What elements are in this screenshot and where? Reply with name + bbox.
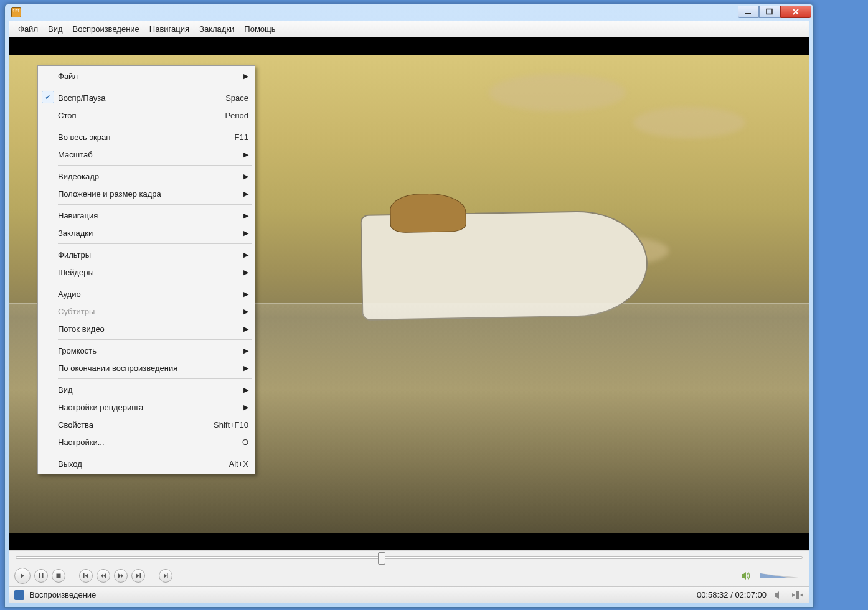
seek-bar[interactable] bbox=[9, 550, 809, 565]
context-menu-item[interactable]: Масштаб▶ bbox=[39, 146, 253, 163]
pause-button[interactable] bbox=[34, 569, 48, 583]
titlebar[interactable] bbox=[5, 4, 813, 21]
playback-controls bbox=[9, 565, 809, 586]
submenu-arrow-icon: ▶ bbox=[243, 403, 248, 411]
context-menu-item[interactable]: Фильтры▶ bbox=[39, 246, 253, 263]
svg-rect-2 bbox=[39, 573, 41, 578]
monitor-icon[interactable] bbox=[791, 589, 804, 601]
volume-icon[interactable] bbox=[740, 570, 752, 581]
submenu-arrow-icon: ▶ bbox=[243, 190, 248, 198]
mute-icon[interactable] bbox=[773, 589, 785, 601]
menu-item-label: Свойства bbox=[58, 420, 204, 429]
submenu-arrow-icon: ▶ bbox=[243, 251, 248, 259]
menu-item-label: Навигация bbox=[58, 211, 237, 220]
menu-item-label: Во весь экран bbox=[58, 133, 225, 142]
submenu-arrow-icon: ▶ bbox=[243, 268, 248, 276]
context-menu-item[interactable]: Во весь экранF11 bbox=[39, 128, 253, 146]
submenu-arrow-icon: ▶ bbox=[243, 325, 248, 333]
minimize-button[interactable] bbox=[738, 6, 759, 18]
menu-help[interactable]: Помощь bbox=[239, 22, 280, 36]
submenu-arrow-icon: ▶ bbox=[243, 386, 248, 394]
context-menu-item[interactable]: Громкость▶ bbox=[39, 342, 253, 359]
submenu-arrow-icon: ▶ bbox=[243, 307, 248, 316]
context-menu-item[interactable]: Навигация▶ bbox=[39, 207, 253, 224]
menu-item-label: Стоп bbox=[58, 111, 215, 120]
menu-item-label: Фильтры bbox=[58, 250, 237, 260]
step-forward-button[interactable] bbox=[114, 569, 128, 583]
menu-item-label: Субтитры bbox=[58, 307, 237, 316]
menu-playback[interactable]: Воспроизведение bbox=[68, 22, 144, 36]
svg-rect-0 bbox=[745, 13, 751, 14]
menu-item-shortcut: Period bbox=[225, 111, 248, 120]
submenu-arrow-icon: ▶ bbox=[243, 290, 248, 298]
seek-track[interactable] bbox=[16, 556, 803, 559]
time-display[interactable]: 00:58:32 / 02:07:00 bbox=[697, 590, 767, 599]
menu-item-label: Поток видео bbox=[58, 324, 237, 334]
skip-back-button[interactable] bbox=[79, 569, 93, 583]
svg-rect-8 bbox=[796, 591, 799, 599]
maximize-button[interactable] bbox=[759, 6, 780, 18]
context-menu-item[interactable]: СтопPeriod bbox=[39, 106, 253, 124]
menu-item-label: Выход bbox=[58, 459, 219, 469]
context-menu-item[interactable]: Настройки рендеринга▶ bbox=[39, 398, 253, 416]
context-menu-item[interactable]: Закладки▶ bbox=[39, 224, 253, 242]
svg-rect-7 bbox=[167, 573, 168, 578]
context-menu-item[interactable]: По окончании воспроизведения▶ bbox=[39, 359, 253, 377]
menu-item-label: Аудио bbox=[58, 289, 237, 299]
submenu-arrow-icon: ▶ bbox=[243, 212, 248, 220]
menu-file[interactable]: Файл bbox=[13, 22, 43, 36]
menu-navigation[interactable]: Навигация bbox=[144, 22, 194, 36]
context-menu-item[interactable]: ВыходAlt+X bbox=[39, 455, 253, 472]
menu-view[interactable]: Вид bbox=[43, 22, 68, 36]
close-button[interactable] bbox=[780, 6, 811, 18]
menu-item-shortcut: O bbox=[242, 438, 248, 447]
menu-item-label: Закладки bbox=[58, 228, 237, 238]
context-menu-item[interactable]: Положение и размер кадра▶ bbox=[39, 185, 253, 202]
context-menu-item[interactable]: Шейдеры▶ bbox=[39, 263, 253, 281]
context-menu-item[interactable]: Файл▶ bbox=[39, 67, 253, 85]
menu-item-shortcut: Alt+X bbox=[229, 459, 248, 469]
context-menu-item[interactable]: Поток видео▶ bbox=[39, 320, 253, 337]
menubar: Файл Вид Воспроизведение Навигация Закла… bbox=[9, 21, 809, 37]
menu-item-label: Настройки рендеринга bbox=[58, 403, 237, 412]
svg-rect-4 bbox=[57, 574, 61, 578]
seek-thumb[interactable] bbox=[378, 552, 385, 565]
stop-button[interactable] bbox=[52, 569, 65, 583]
context-menu-item[interactable]: Настройки...O bbox=[39, 433, 253, 451]
menu-item-label: Настройки... bbox=[58, 438, 232, 447]
letterbox-top bbox=[9, 37, 809, 55]
menu-item-label: Громкость bbox=[58, 346, 237, 355]
menu-item-label: Положение и размер кадра bbox=[58, 189, 237, 199]
step-back-button[interactable] bbox=[97, 569, 110, 583]
check-icon: ✓ bbox=[42, 91, 54, 103]
status-icon bbox=[14, 590, 24, 600]
statusbar: Воспроизведение 00:58:32 / 02:07:00 bbox=[9, 586, 809, 603]
context-menu-item[interactable]: ✓Воспр/ПаузаSpace bbox=[39, 89, 253, 106]
context-menu[interactable]: Файл▶✓Воспр/ПаузаSpaceСтопPeriodВо весь … bbox=[37, 65, 255, 474]
playback-state: Воспроизведение bbox=[29, 590, 96, 599]
volume-slider[interactable] bbox=[760, 573, 804, 578]
submenu-arrow-icon: ▶ bbox=[243, 172, 248, 181]
context-menu-item[interactable]: Видеокадр▶ bbox=[39, 167, 253, 185]
menu-bookmarks[interactable]: Закладки bbox=[194, 22, 239, 36]
submenu-arrow-icon: ▶ bbox=[243, 229, 248, 237]
context-menu-item[interactable]: Аудио▶ bbox=[39, 285, 253, 303]
menu-item-label: Видеокадр bbox=[58, 172, 237, 181]
menu-item-label: Файл bbox=[58, 72, 237, 81]
play-button[interactable] bbox=[14, 568, 31, 584]
svg-rect-3 bbox=[42, 573, 44, 578]
svg-rect-1 bbox=[767, 9, 772, 14]
app-icon bbox=[11, 7, 21, 17]
svg-rect-5 bbox=[83, 573, 85, 578]
context-menu-item[interactable]: Вид▶ bbox=[39, 381, 253, 398]
skip-forward-button[interactable] bbox=[131, 569, 145, 583]
context-menu-item: Субтитры▶ bbox=[39, 303, 253, 320]
menu-item-label: Воспр/Пауза bbox=[58, 93, 215, 103]
letterbox-bottom bbox=[9, 533, 809, 550]
context-menu-item[interactable]: СвойстваShift+F10 bbox=[39, 416, 253, 433]
menu-item-label: Шейдеры bbox=[58, 268, 237, 277]
menu-item-label: По окончании воспроизведения bbox=[58, 364, 237, 373]
submenu-arrow-icon: ▶ bbox=[243, 151, 248, 159]
frame-step-button[interactable] bbox=[159, 569, 172, 583]
submenu-arrow-icon: ▶ bbox=[243, 72, 248, 80]
